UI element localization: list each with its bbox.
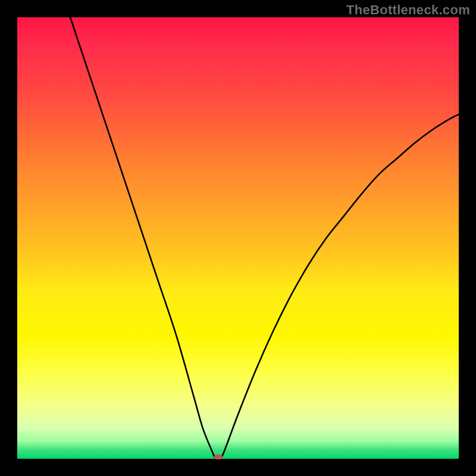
minimum-marker [214,455,223,459]
watermark-text: TheBottleneck.com [346,2,470,18]
plot-area [17,17,459,459]
curve-svg [17,17,459,459]
bottleneck-curve [70,17,459,460]
